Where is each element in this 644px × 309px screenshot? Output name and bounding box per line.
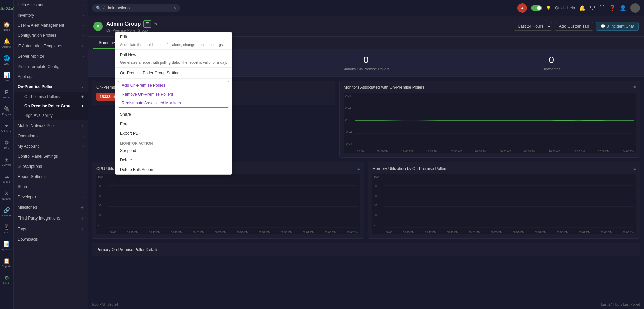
monitors-chart-title: Monitors Associated with On-Premise Poll… — [344, 85, 636, 90]
monitors-menu-icon[interactable]: ≡ — [633, 85, 636, 90]
avatar-initials: A — [521, 6, 524, 10]
cm-settings[interactable]: On-Premise Poller Group Settings — [115, 68, 232, 78]
network-label: Network — [2, 214, 12, 217]
sidebar-item-tags[interactable]: Tags + — [14, 224, 88, 234]
nav-network[interactable]: 🔗 Network — [1, 204, 13, 220]
sidebar-item-plugin-template[interactable]: Plugin Template Config — [14, 61, 88, 72]
nav-vmware[interactable]: ⊞ VMware — [1, 153, 13, 170]
cm-delete-bulk[interactable]: Delete Bulk Action — [115, 165, 232, 174]
sidebar-label-developer: Developer — [18, 195, 36, 199]
search-box[interactable]: 🔍 ✕ — [92, 4, 180, 12]
nav-web[interactable]: 🌐 Web — [1, 52, 13, 68]
nav-applogs[interactable]: 📝 AppLogs — [1, 238, 13, 254]
time-selector[interactable]: Last 24 Hours — [514, 22, 552, 31]
sidebar-item-user-alert[interactable]: User & Alert Management › — [14, 20, 88, 30]
apm-label: APM — [4, 79, 9, 82]
nav-home[interactable]: 🏠 Home — [1, 18, 13, 34]
nutanix-icon: ✕ — [4, 190, 9, 197]
date-label: Sep,24 — [108, 303, 118, 306]
home-icon: 🏠 — [3, 21, 10, 28]
sidebar-item-share[interactable]: Share › — [14, 182, 88, 192]
rum-icon: 📱 — [3, 224, 10, 230]
sidebar-item-operations[interactable]: Operations › — [14, 131, 88, 141]
app-logo[interactable]: Site24x7 — [1, 3, 13, 15]
sidebar-item-on-premise-poller[interactable]: On-Premise Poller ∨ — [14, 82, 88, 92]
sidebar-item-help-assistant[interactable]: Help Assistant › — [14, 0, 88, 10]
clear-icon[interactable]: ✕ — [173, 6, 176, 10]
nav-server[interactable]: 🖥 Server — [1, 86, 13, 102]
shield-icon[interactable]: 🛡 — [590, 5, 595, 11]
sidebar-label-user-alert: User & Alert Management — [18, 23, 64, 28]
cm-export-pdf[interactable]: Export PDF — [115, 129, 232, 138]
cm-redistribute[interactable]: Redistribute Associated Monitors — [118, 99, 229, 107]
sidebar-sub-poller-group[interactable]: On-Premise Poller Grou... + — [20, 101, 88, 111]
cm-add-pollers[interactable]: Add On-Premise Pollers — [118, 81, 229, 90]
server-icon: 🖥 — [4, 89, 9, 95]
search-input[interactable] — [103, 6, 171, 10]
expand-icon[interactable]: ⛶ — [599, 5, 605, 11]
tab-summary-label: Summary — [99, 40, 116, 45]
profile-avatar[interactable] — [630, 3, 640, 13]
cpu-menu-icon[interactable]: ≡ — [357, 166, 360, 171]
cm-poll-now[interactable]: Poll Now — [115, 50, 232, 60]
cm-edit[interactable]: Edit — [115, 32, 232, 42]
cm-share[interactable]: Share — [115, 110, 232, 119]
cpu-chart-plot — [108, 175, 358, 228]
sidebar-item-mobile-network[interactable]: Mobile Network Poller + — [14, 120, 88, 131]
nav-apm[interactable]: 📊 APM — [1, 69, 13, 85]
user-icon[interactable]: 👤 — [620, 5, 626, 11]
cm-remove-pollers[interactable]: Remove On-Premise Pollers — [118, 90, 229, 99]
nav-reports[interactable]: 📋 Reports — [1, 255, 13, 271]
sidebar-item-applogs[interactable]: AppLogs › — [14, 72, 88, 82]
toggle-knob — [537, 6, 541, 10]
sidebar-sub-high-availability[interactable]: High Availability — [20, 111, 88, 120]
nav-rum[interactable]: 📱 RUM — [1, 221, 13, 237]
nav-nutanix[interactable]: ✕ Nutanix — [1, 187, 13, 203]
sidebar-item-milestones[interactable]: Milestones + — [14, 202, 88, 213]
question-icon[interactable]: ❓ — [609, 5, 616, 11]
sidebar-sub-on-premise-pollers[interactable]: On-Premise Pollers + — [20, 92, 88, 101]
cm-suspend[interactable]: Suspend — [115, 146, 232, 155]
sidebar-item-server-monitor[interactable]: Server Monitor › — [14, 51, 88, 61]
nav-cloud[interactable]: ☁ Cloud — [1, 170, 13, 186]
quick-help-btn[interactable]: Quick Help — [555, 6, 575, 10]
sidebar-item-third-party[interactable]: Third-Party Integrations + — [14, 213, 88, 224]
sidebar-item-it-automation[interactable]: IT Automation Templates + — [14, 41, 88, 51]
cm-delete[interactable]: Delete — [115, 155, 232, 165]
nutanix-label: Nutanix — [2, 197, 11, 200]
sidebar-item-control-panel[interactable]: Control Panel Settings — [14, 151, 88, 161]
sidebar-item-report-settings[interactable]: Report Settings › — [14, 172, 88, 182]
page-title-block: Admin Group ☰ ↻ On-Premise Poller Group — [106, 20, 157, 32]
rum-label: RUM — [3, 231, 9, 234]
nav-alarms[interactable]: 🔔 Alarms — [1, 35, 13, 51]
refresh-icon[interactable]: ↻ — [154, 22, 157, 26]
network-icon: 🔗 — [3, 207, 10, 213]
toggle-switch[interactable] — [531, 5, 542, 11]
cm-divider-1 — [115, 49, 232, 50]
nav-admin[interactable]: ⚙ Admin — [1, 272, 13, 288]
cm-divider-2 — [115, 67, 232, 68]
nav-plugins[interactable]: 🔌 Plugins — [1, 103, 13, 119]
nav-database[interactable]: 🗄 Database — [1, 120, 13, 136]
sidebar-item-developer[interactable]: Developer › — [14, 192, 88, 202]
bell-icon[interactable]: 🔔 — [579, 5, 586, 11]
sidebar-item-subscriptions[interactable]: Subscriptions — [14, 161, 88, 172]
sidebar-item-inventory[interactable]: Inventory › — [14, 10, 88, 20]
sidebar-label-operations: Operations — [18, 134, 38, 138]
sidebar-label-it-automation: IT Automation Templates — [18, 44, 62, 48]
cm-email[interactable]: Email — [115, 119, 232, 129]
sidebar-item-downloads[interactable]: Downloads — [14, 234, 88, 244]
sidebar-label-applogs: AppLogs — [18, 74, 33, 79]
menu-button[interactable]: ☰ — [143, 20, 151, 28]
memory-menu-icon[interactable]: ≡ — [633, 166, 636, 171]
sidebar-item-config-profiles[interactable]: Configuration Profiles › — [14, 30, 88, 41]
nav-k8s[interactable]: ☸ K8s — [1, 136, 13, 153]
add-custom-tab-button[interactable]: Add Custom Tab — [555, 22, 594, 31]
sidebar-item-my-account[interactable]: My Account › — [14, 141, 88, 151]
memory-title-text: Memory Utilization by On-Premise Pollers — [372, 166, 447, 171]
vmware-label: VMware — [2, 163, 12, 166]
page-icon-letter: A — [96, 24, 100, 29]
incident-chat-button[interactable]: 💬 0 Incident Chat — [596, 22, 639, 31]
reports-label: Reports — [2, 265, 11, 268]
web-icon: 🌐 — [3, 55, 10, 61]
